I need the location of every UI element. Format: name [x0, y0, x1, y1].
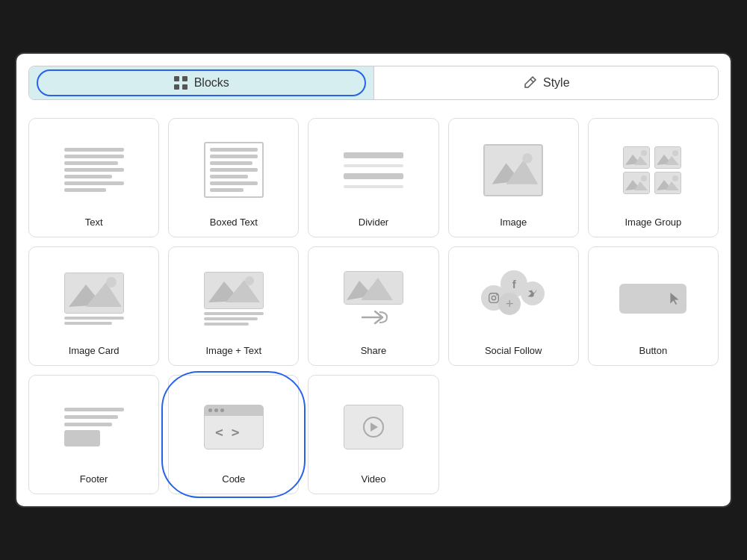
footer-icon: [35, 388, 152, 466]
image-group-icon: [595, 131, 712, 209]
divider-icon: [314, 131, 432, 209]
block-footer-label: Footer: [80, 473, 108, 485]
share-icon: [314, 259, 432, 337]
blocks-panel: Blocks Style: [15, 52, 732, 508]
tab-style-label: Style: [543, 76, 570, 90]
block-image-label: Image: [500, 217, 527, 228]
block-image-group[interactable]: Image Group: [588, 118, 719, 237]
code-icon: < >: [175, 388, 292, 466]
svg-point-16: [672, 150, 678, 156]
block-boxed-text-label: Boxed Text: [210, 217, 258, 228]
block-code[interactable]: < > Code: [168, 375, 299, 494]
text-icon: [35, 131, 152, 209]
block-button-label: Button: [639, 345, 668, 356]
block-button[interactable]: Button: [588, 246, 719, 366]
svg-line-4: [530, 79, 533, 82]
social-follow-icon: f +: [455, 259, 572, 337]
style-icon: [522, 75, 537, 90]
block-video[interactable]: Video: [308, 375, 438, 494]
svg-point-8: [523, 153, 533, 163]
svg-marker-39: [671, 293, 679, 305]
video-icon: [314, 388, 432, 466]
svg-text:< >: < >: [215, 424, 240, 440]
svg-point-24: [672, 175, 678, 181]
block-boxed-text[interactable]: Boxed Text: [168, 118, 299, 237]
tab-blocks[interactable]: Blocks: [29, 66, 374, 99]
block-divider[interactable]: Divider: [308, 118, 438, 237]
block-text[interactable]: Text: [28, 118, 159, 237]
svg-point-32: [245, 276, 254, 285]
svg-rect-0: [174, 76, 179, 81]
image-icon: [455, 131, 572, 209]
svg-rect-29: [205, 273, 264, 309]
svg-rect-2: [174, 84, 179, 90]
svg-rect-13: [655, 147, 681, 169]
block-footer[interactable]: Footer: [28, 375, 159, 494]
tab-bar: Blocks Style: [28, 66, 719, 100]
block-share[interactable]: Share: [308, 246, 438, 366]
block-social-follow-label: Social Follow: [485, 345, 542, 356]
block-image-text-label: Image + Text: [206, 345, 262, 356]
boxed-text-icon: [175, 131, 292, 209]
svg-point-12: [641, 150, 647, 156]
block-image-card[interactable]: Image Card: [28, 246, 159, 366]
block-social-follow[interactable]: f + Social Follow: [448, 246, 579, 366]
svg-rect-5: [485, 146, 542, 195]
block-code-label: Code: [222, 473, 245, 485]
image-card-icon: [35, 259, 152, 337]
block-text-label: Text: [85, 217, 103, 228]
button-icon: [595, 259, 712, 337]
svg-rect-17: [624, 172, 650, 194]
svg-point-37: [492, 296, 495, 299]
block-image-group-label: Image Group: [624, 217, 681, 228]
blocks-grid: Text Boxed Text: [28, 118, 719, 494]
block-image[interactable]: Image: [448, 118, 579, 237]
svg-rect-21: [655, 172, 681, 194]
svg-point-20: [641, 175, 647, 181]
tab-style[interactable]: Style: [374, 66, 719, 99]
block-share-label: Share: [361, 345, 387, 356]
tab-blocks-label: Blocks: [194, 76, 229, 90]
image-text-icon: [175, 259, 292, 337]
block-image-text[interactable]: Image + Text: [168, 246, 299, 366]
svg-rect-3: [182, 84, 187, 90]
svg-rect-9: [624, 147, 650, 169]
block-divider-label: Divider: [359, 217, 388, 228]
svg-point-38: [496, 294, 498, 296]
block-video-label: Video: [361, 473, 385, 485]
svg-rect-1: [182, 76, 187, 81]
block-image-card-label: Image Card: [69, 345, 120, 356]
grid-icon: [173, 75, 188, 90]
svg-point-28: [106, 277, 117, 287]
